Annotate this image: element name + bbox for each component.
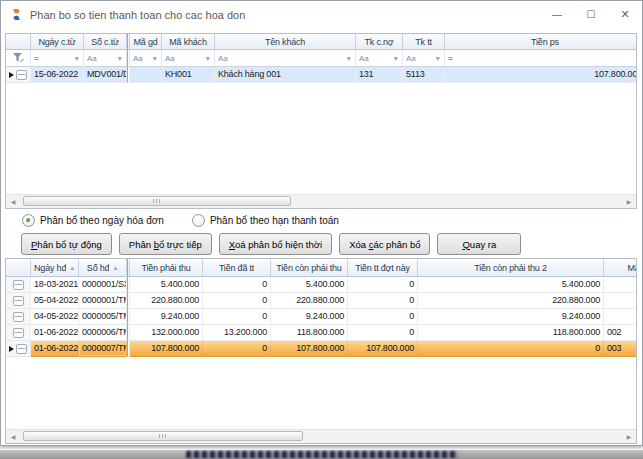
filter-dropdown-icon[interactable]: ▼ bbox=[635, 55, 637, 62]
text-filter-icon[interactable]: Aa bbox=[133, 54, 143, 63]
filter-dropdown-icon[interactable]: ▼ bbox=[434, 55, 441, 62]
row-indicator[interactable] bbox=[6, 277, 31, 293]
column-header-tk_tt[interactable]: Tk tt bbox=[403, 34, 445, 50]
radio-selected-icon[interactable] bbox=[22, 214, 35, 227]
delete-all-allocations-button[interactable]: Xóa các phân bổ bbox=[339, 233, 430, 255]
filter-cell-ma_gd[interactable]: Aa▼ bbox=[130, 50, 162, 67]
cell-tien_phai_thu[interactable]: 132.000.000 bbox=[130, 325, 203, 341]
cell-ma[interactable]: 002 bbox=[604, 325, 637, 341]
cell-tien_con_phai_thu[interactable]: 118.800.000 bbox=[271, 325, 348, 341]
cell-so_hd[interactable]: 0000005/TM1 bbox=[79, 309, 127, 325]
cell-ma[interactable] bbox=[604, 309, 637, 325]
equals-filter-icon[interactable]: = bbox=[448, 54, 453, 63]
collapse-detail-icon[interactable] bbox=[16, 70, 27, 80]
filter-dropdown-icon[interactable]: ▼ bbox=[345, 55, 352, 62]
radio-by-due-date[interactable]: Phân bổ theo hạn thanh toán bbox=[192, 214, 339, 227]
exit-button[interactable]: Quay ra bbox=[437, 233, 521, 255]
scroll-left-icon[interactable]: ◀ bbox=[6, 433, 20, 440]
cell-tien_con_phai_thu_2[interactable]: 118.800.000 bbox=[418, 325, 604, 341]
cell-tien_con_phai_thu[interactable]: 220.880.000 bbox=[271, 293, 348, 309]
filter-cell-ten_khach[interactable]: Aa▼ bbox=[215, 50, 356, 67]
cell-ten_khach[interactable]: Khách hàng 001 bbox=[215, 67, 356, 83]
cell-tien_con_phai_thu_2[interactable]: 9.240.000 bbox=[418, 309, 604, 325]
collapse-detail-icon[interactable] bbox=[13, 280, 24, 290]
text-filter-icon[interactable]: Aa bbox=[218, 54, 228, 63]
column-header-tien_ps[interactable]: Tiền ps bbox=[445, 34, 637, 50]
scrollbar-thumb[interactable] bbox=[23, 196, 291, 206]
cell-ma[interactable]: 003 bbox=[604, 341, 637, 357]
collapse-detail-icon[interactable] bbox=[16, 344, 27, 354]
cell-tien_con_phai_thu[interactable]: 9.240.000 bbox=[271, 309, 348, 325]
text-filter-icon[interactable]: Aa bbox=[165, 54, 175, 63]
cell-so_hd[interactable]: 0000006/TM bbox=[79, 325, 127, 341]
cell-tien_ps[interactable]: 107.800.000 bbox=[445, 67, 637, 83]
column-header-tien_da_tt[interactable]: Tiền đã tt bbox=[203, 259, 271, 277]
cell-tien_phai_thu[interactable]: 5.400.000 bbox=[130, 277, 203, 293]
cell-ngay_hd[interactable]: 01-06-2022 bbox=[31, 341, 79, 357]
delete-current-allocation-button[interactable]: Xoá phân bổ hiện thời bbox=[219, 233, 332, 255]
row-indicator[interactable] bbox=[6, 67, 31, 83]
cell-tien_tt_dot_nay[interactable]: 107.800.000 bbox=[348, 341, 418, 357]
close-button[interactable]: ✕ bbox=[608, 3, 642, 27]
column-header-tien_phai_thu[interactable]: Tiền phải thu bbox=[130, 259, 203, 277]
column-header-tien_con_phai_thu[interactable]: Tiền còn phải thu bbox=[271, 259, 348, 277]
filter-dropdown-icon[interactable]: ▼ bbox=[204, 55, 211, 62]
cell-tien_da_tt[interactable]: 0 bbox=[203, 341, 271, 357]
invoice-grid-hscrollbar[interactable]: ◀ ▶ bbox=[6, 429, 636, 443]
cell-tien_con_phai_thu_2[interactable]: 0 bbox=[418, 341, 604, 357]
collapse-detail-icon[interactable] bbox=[13, 328, 24, 338]
cell-tien_da_tt[interactable]: 13.200.000 bbox=[203, 325, 271, 341]
filter-dropdown-icon[interactable]: ▼ bbox=[116, 55, 123, 62]
cell-ngay_hd[interactable]: 04-05-2022 bbox=[31, 309, 79, 325]
voucher-grid-hscrollbar[interactable]: ◀ ▶ bbox=[6, 194, 636, 208]
minimize-button[interactable]: — bbox=[540, 3, 574, 27]
column-header-ngay_ctu[interactable]: Ngày c.từ bbox=[31, 34, 84, 50]
cell-tien_da_tt[interactable]: 0 bbox=[203, 293, 271, 309]
filter-cell-ma_khach[interactable]: Aa▼ bbox=[162, 50, 215, 67]
filter-dropdown-icon[interactable]: ▼ bbox=[73, 55, 80, 62]
scrollbar-thumb[interactable] bbox=[23, 431, 303, 441]
cell-ma_khach[interactable]: KH001 bbox=[162, 67, 215, 83]
scroll-right-icon[interactable]: ▶ bbox=[622, 433, 636, 440]
collapse-detail-icon[interactable] bbox=[13, 312, 24, 322]
cell-so_ctu[interactable]: MDV001/DV bbox=[84, 67, 127, 83]
scroll-left-icon[interactable]: ◀ bbox=[6, 198, 20, 205]
cell-ngay_hd[interactable]: 01-06-2022 bbox=[31, 325, 79, 341]
cell-tien_da_tt[interactable]: 0 bbox=[203, 277, 271, 293]
filter-corner-cell[interactable] bbox=[6, 50, 31, 67]
direct-allocate-button[interactable]: Phân bổ trực tiếp bbox=[119, 233, 212, 255]
cell-ma[interactable] bbox=[604, 293, 637, 309]
cell-ngay_hd[interactable]: 18-03-2021 bbox=[31, 277, 79, 293]
cell-so_hd[interactable]: 0000001/TM1 bbox=[79, 293, 127, 309]
cell-tk_tt[interactable]: 5113 bbox=[403, 67, 445, 83]
column-header-ma[interactable]: Mã bbox=[604, 259, 637, 277]
radio-by-invoice-date[interactable]: Phân bổ theo ngày hóa đơn bbox=[22, 214, 164, 227]
cell-tien_da_tt[interactable]: 0 bbox=[203, 309, 271, 325]
column-header-ngay_hd[interactable]: Ngày hđ▲ bbox=[31, 259, 79, 277]
column-header-ma_gd[interactable]: Mã gd bbox=[130, 34, 162, 50]
filter-cell-so_ctu[interactable]: Aa▼ bbox=[84, 50, 127, 67]
cell-tien_con_phai_thu_2[interactable]: 220.880.000 bbox=[418, 293, 604, 309]
cell-tien_tt_dot_nay[interactable]: 0 bbox=[348, 293, 418, 309]
row-indicator[interactable] bbox=[6, 325, 31, 341]
cell-ngay_ctu[interactable]: 15-06-2022 bbox=[31, 67, 84, 83]
filter-cell-tien_ps[interactable]: =▼ bbox=[445, 50, 637, 67]
title-bar[interactable]: Phan bo so tien thanh toan cho cac hoa d… bbox=[1, 1, 642, 28]
cell-ma[interactable] bbox=[604, 277, 637, 293]
column-header-tk_cno[interactable]: Tk c.nợ bbox=[356, 34, 403, 50]
equals-filter-icon[interactable]: = bbox=[34, 54, 39, 63]
text-filter-icon[interactable]: Aa bbox=[359, 54, 369, 63]
collapse-detail-icon[interactable] bbox=[13, 296, 24, 306]
row-indicator[interactable] bbox=[6, 341, 31, 357]
filter-dropdown-icon[interactable]: ▼ bbox=[392, 55, 399, 62]
maximize-button[interactable]: ☐ bbox=[574, 3, 608, 27]
filter-dropdown-icon[interactable]: ▼ bbox=[151, 55, 158, 62]
column-header-ma_khach[interactable]: Mã khách bbox=[162, 34, 215, 50]
text-filter-icon[interactable]: Aa bbox=[406, 54, 416, 63]
cell-so_hd[interactable]: 0000001/SX bbox=[79, 277, 127, 293]
filter-cell-tk_cno[interactable]: Aa▼ bbox=[356, 50, 403, 67]
cell-tien_phai_thu[interactable]: 220.880.000 bbox=[130, 293, 203, 309]
row-indicator[interactable] bbox=[6, 293, 31, 309]
filter-cell-ngay_ctu[interactable]: =▼ bbox=[31, 50, 84, 67]
column-header-ten_khach[interactable]: Tên khách bbox=[215, 34, 356, 50]
